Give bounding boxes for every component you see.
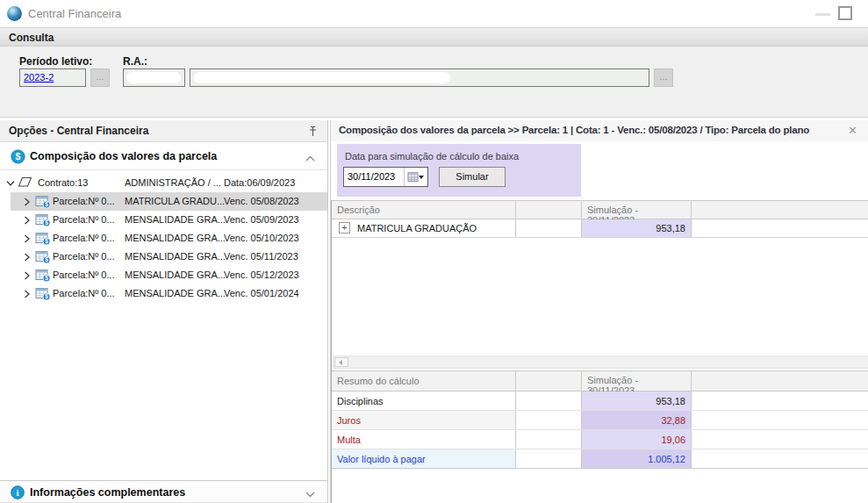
parcela-calendar-icon: $ [35, 231, 51, 247]
ra-name-input[interactable] [190, 68, 649, 87]
tree-col-contrato: Contrato:13 [38, 177, 88, 188]
tree-row-parcela[interactable]: $ Parcela:Nº 0... MENSALIDADE GRA... Ven… [0, 211, 327, 229]
tree-col-parcela: Parcela:Nº 0... [53, 233, 115, 243]
ra-browse-button[interactable]: ... [654, 68, 673, 87]
minimize-button[interactable] [815, 13, 830, 16]
tree-col-descricao: MENSALIDADE GRA... [125, 251, 226, 262]
tree-col-parcela: Parcela:Nº 0... [53, 251, 115, 262]
contract-icon [18, 176, 32, 190]
options-panel-title: Opções - Central Financeira [9, 125, 148, 137]
chevron-right-icon[interactable] [24, 253, 31, 262]
installments-tree: Contrato:13 ADMINISTRAÇÃO / ... Data:06/… [0, 170, 327, 480]
chevron-right-icon[interactable] [24, 216, 31, 225]
parcela-calendar-icon: $ [35, 286, 51, 302]
summary-row[interactable]: Juros 32,88 [332, 411, 868, 430]
chevron-right-icon[interactable] [24, 271, 31, 280]
chevron-right-icon[interactable] [24, 290, 31, 298]
tree-row-parcela[interactable]: $ Parcela:Nº 0... MENSALIDADE GRA... Ven… [0, 229, 327, 248]
scroll-left-button[interactable] [334, 357, 348, 367]
tree-col-vencimento: Venc. 05/01/2024 [224, 288, 299, 298]
summary-row[interactable]: Disciplinas 953,18 [332, 392, 868, 411]
svg-text:$: $ [45, 293, 48, 300]
pin-icon[interactable] [308, 126, 318, 140]
composition-panel: Composição dos valores da parcela >> Par… [330, 120, 868, 503]
detail-header-descricao: Descrição [332, 201, 516, 219]
svg-text:$: $ [16, 151, 21, 162]
summary-row-label: Juros [332, 411, 516, 429]
svg-text:$: $ [45, 201, 48, 208]
detail-grid-row[interactable]: + MATRICULA GRADUAÇÃO 953,18 [332, 219, 868, 238]
summary-row-value: 32,88 [582, 411, 692, 429]
tree-col-descricao: MATRICULA GRADU... [125, 196, 225, 206]
simulation-date-label: Data para simulação de cálculo de baixa [345, 151, 519, 162]
app-logo-icon [7, 6, 22, 21]
tree-col-parcela: Parcela:Nº 0... [53, 214, 115, 225]
info-icon: i [11, 485, 25, 501]
ra-label: R.A.: [123, 55, 147, 68]
svg-text:$: $ [45, 275, 48, 282]
tree-col-parcela: Parcela:Nº 0... [53, 269, 115, 280]
tree-col-parcela: Parcela:Nº 0... [53, 288, 115, 298]
section-composicao-header[interactable]: $ Composição dos valores da parcela [0, 142, 327, 170]
summary-row-label: Disciplinas [332, 392, 516, 410]
chevron-down-icon[interactable] [6, 180, 15, 187]
summary-row[interactable]: Valor líquido à pagar 1.005,12 [332, 449, 868, 469]
section-informacoes-header[interactable]: i Informações complementares [0, 480, 327, 503]
close-icon[interactable]: ✕ [848, 124, 857, 137]
tree-col-parcela: Parcela:Nº 0... [53, 196, 115, 206]
composition-panel-title: Composição dos valores da parcela >> Par… [339, 125, 809, 135]
simulate-button[interactable]: Simular [439, 167, 506, 187]
calendar-dropdown-button[interactable] [404, 168, 427, 186]
filter-area: Período letivo: 2023-2 ... R.A.: ... [0, 47, 868, 118]
ra-code-input[interactable] [123, 68, 185, 87]
tree-col-data: Data:06/09/2023 [224, 177, 295, 188]
section-composicao-title: Composição dos valores da parcela [30, 150, 217, 162]
parcela-calendar-icon: $ [35, 268, 51, 284]
periodo-letivo-value[interactable]: 2023-2 [24, 72, 54, 83]
summary-row-value: 1.005,12 [582, 449, 692, 468]
chevron-up-icon[interactable] [305, 153, 315, 163]
summary-row-value: 19,06 [582, 430, 692, 449]
maximize-button[interactable] [838, 6, 852, 20]
tree-row-parcela[interactable]: $ Parcela:Nº 0... MENSALIDADE GRA... Ven… [0, 248, 327, 266]
tree-col-curso: ADMINISTRAÇÃO / ... [125, 177, 221, 188]
tree-col-descricao: MENSALIDADE GRA... [125, 269, 226, 280]
expand-plus-icon[interactable]: + [339, 222, 350, 234]
title-bar: Central Financeira [0, 0, 868, 27]
summary-row[interactable]: Multa 19,06 [332, 430, 868, 449]
periodo-letivo-input[interactable]: 2023-2 [19, 68, 86, 87]
tree-row-parcela[interactable]: $ Parcela:Nº 0... MATRICULA GRADU... Ven… [0, 192, 327, 211]
detail-grid-header: Descrição Simulação - 30/11/2023 [332, 200, 868, 219]
options-panel: Opções - Central Financeira $ Composição… [0, 120, 328, 503]
dropdown-arrow-icon [419, 176, 424, 179]
svg-text:$: $ [45, 256, 48, 263]
simulation-date-input[interactable]: 30/11/2023 [343, 167, 428, 187]
consulta-section-header: Consulta [0, 27, 868, 47]
summary-row-value: 953,18 [582, 392, 692, 410]
redacted-value [126, 72, 181, 83]
svg-text:$: $ [45, 238, 48, 245]
detail-header-simulacao: Simulação - 30/11/2023 [582, 201, 692, 219]
chevron-right-icon[interactable] [24, 198, 31, 206]
section-informacoes-title: Informações complementares [30, 486, 185, 499]
tree-col-descricao: MENSALIDADE GRA... [125, 214, 226, 225]
tree-row-contrato[interactable]: Contrato:13 ADMINISTRAÇÃO / ... Data:06/… [0, 174, 327, 192]
tree-row-parcela[interactable]: $ Parcela:Nº 0... MENSALIDADE GRA... Ven… [0, 284, 327, 303]
tree-col-vencimento: Venc. 05/09/2023 [224, 214, 299, 225]
window-title: Central Financeira [28, 7, 121, 20]
periodo-letivo-label: Período letivo: [19, 55, 92, 68]
summary-header-simulacao: Simulação - 30/11/2023 [582, 371, 692, 391]
simulation-date-value[interactable]: 30/11/2023 [348, 171, 395, 182]
tree-col-vencimento: Venc. 05/08/2023 [224, 196, 299, 206]
scroll-left-arrow-icon [339, 360, 342, 365]
tree-row-parcela[interactable]: $ Parcela:Nº 0... MENSALIDADE GRA... Ven… [0, 266, 327, 284]
money-coin-icon: $ [11, 149, 25, 166]
grids-region: Descrição Simulação - 30/11/2023 + MATRI… [331, 200, 868, 503]
summary-row-label: Valor líquido à pagar [332, 449, 516, 468]
chevron-down-icon[interactable] [305, 489, 315, 499]
chevron-right-icon[interactable] [24, 234, 31, 243]
horizontal-scrollbar[interactable] [333, 356, 868, 369]
tree-col-vencimento: Venc. 05/11/2023 [224, 251, 298, 262]
periodo-browse-button[interactable]: ... [90, 68, 110, 87]
parcela-calendar-icon: $ [35, 249, 51, 265]
